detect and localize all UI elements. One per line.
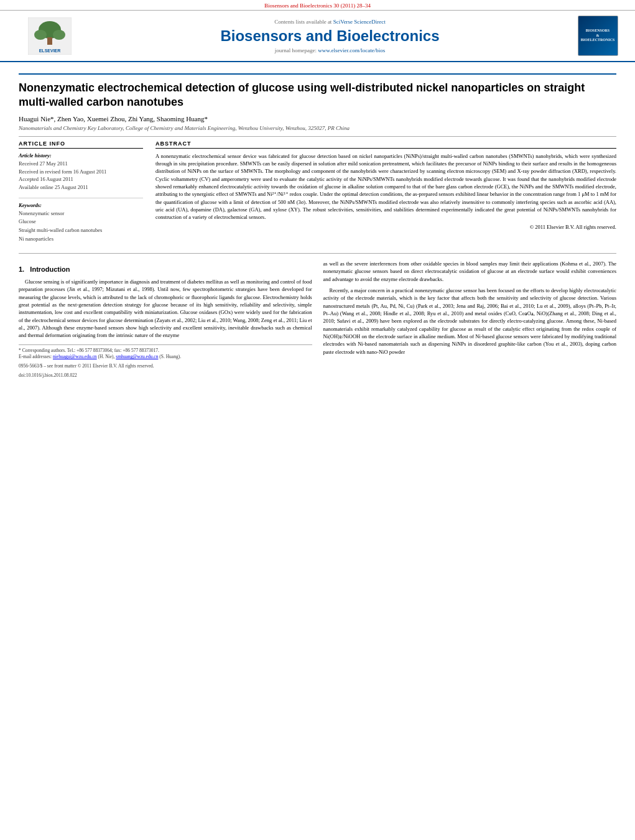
footnote-section: * Corresponding authors. Tel.: +86 577 8…: [19, 344, 312, 380]
email2-link[interactable]: smhuang@wzu.edu.cn: [116, 354, 158, 359]
keyword-4: Ni nanoparticles: [19, 235, 143, 244]
doi-line: doi:10.1016/j.bios.2011.08.022: [19, 372, 312, 379]
svg-rect-2: [47, 37, 52, 45]
email1-link[interactable]: niehuagui@wzu.edu.cn: [53, 354, 97, 359]
main-content: Nonenzymatic electrochemical detection o…: [0, 62, 635, 385]
accepted-date: Accepted 16 August 2011: [19, 175, 143, 183]
email-line: E-mail addresses: niehuagui@wzu.edu.cn (…: [19, 354, 312, 361]
copyright: © 2011 Elsevier B.V. All rights reserved…: [155, 224, 616, 230]
elsevier-logo: ELSEVIER: [12, 17, 87, 55]
citation-text: Biosensors and Bioelectronics 30 (2011) …: [264, 2, 371, 9]
available-online-date: Available online 25 August 2011: [19, 183, 143, 192]
affiliation: Nanomaterials and Chemistry Key Laborato…: [19, 125, 616, 131]
article-title: Nonenzymatic electrochemical detection o…: [19, 81, 616, 110]
keywords-block: Keywords: Nonenzymatic sensor Glucose St…: [19, 202, 143, 243]
contents-text: Contents lists available at: [274, 19, 331, 25]
svg-point-4: [53, 30, 65, 40]
keywords-label: Keywords:: [19, 202, 143, 208]
history-block: Article history: Received 27 May 2011 Re…: [19, 152, 143, 192]
abstract-header: ABSTRACT: [155, 141, 616, 149]
article-info-header: ARTICLE INFO: [19, 141, 143, 149]
section-divider: [19, 136, 616, 137]
body-paragraph-3: Recently, a major concern in a practical…: [323, 287, 617, 356]
abstract-text: A nonenzymatic electrochemical sensor de…: [155, 152, 616, 221]
kw-divider: [19, 198, 143, 198]
received-date: Received 27 May 2011: [19, 160, 143, 168]
journal-title: Biosensors and Bioelectronics: [87, 27, 573, 45]
body-paragraph-2: as well as the severe interferences from…: [323, 260, 617, 283]
sciverse-anchor[interactable]: SciVerse ScienceDirect: [333, 19, 386, 25]
journal-banner: ELSEVIER Contents lists available at Sci…: [0, 11, 635, 62]
journal-homepage: journal homepage: www.elsevier.com/locat…: [87, 47, 573, 53]
issn-line: 0956-5663/$ – see front matter © 2011 El…: [19, 363, 312, 370]
sciverse-text: SciVerse ScienceDirect: [333, 19, 386, 25]
section1-title: 1. Introduction: [19, 265, 312, 275]
banner-center: Contents lists available at SciVerse Sci…: [87, 19, 573, 53]
body-paragraph-1: Glucose sensing is of significantly impo…: [19, 278, 312, 339]
journal-citation: Biosensors and Bioelectronics 30 (2011) …: [0, 0, 635, 11]
publisher-logo-area: ELSEVIER: [12, 17, 87, 55]
article-info-col: ARTICLE INFO Article history: Received 2…: [19, 141, 143, 249]
keyword-3: Straight multi-walled carbon nanotubes: [19, 226, 143, 235]
elsevier-tree-icon: ELSEVIER: [28, 17, 72, 55]
top-divider: [19, 73, 616, 75]
journal-logo-area: BIOSENSORS&BIOELECTRONICS: [573, 16, 623, 56]
received-revised-date: Received in revised form 16 August 2011: [19, 168, 143, 176]
history-label: Article history:: [19, 152, 143, 159]
svg-text:ELSEVIER: ELSEVIER: [39, 48, 61, 53]
authors-line: Huagui Nie*, Zhen Yao, Xuemei Zhou, Zhi …: [19, 115, 616, 122]
sciverse-link: Contents lists available at SciVerse Sci…: [87, 19, 573, 25]
page: Biosensors and Bioelectronics 30 (2011) …: [0, 0, 635, 840]
homepage-link[interactable]: www.elsevier.com/locate/bios: [318, 47, 385, 53]
article-info-abstract: ARTICLE INFO Article history: Received 2…: [19, 141, 616, 249]
corresponding-authors-note: * Corresponding authors. Tel.: +86 577 8…: [19, 348, 312, 354]
body-col-left: 1. Introduction Glucose sensing is of si…: [19, 260, 312, 379]
keyword-1: Nonenzymatic sensor: [19, 210, 143, 218]
journal-logo-box: BIOSENSORS&BIOELECTRONICS: [578, 16, 618, 56]
svg-point-3: [34, 30, 47, 40]
keyword-2: Glucose: [19, 218, 143, 226]
abstract-col: ABSTRACT A nonenzymatic electrochemical …: [155, 141, 616, 249]
body-content: 1. Introduction Glucose sensing is of si…: [19, 260, 616, 379]
body-col-right: as well as the severe interferences from…: [323, 260, 617, 379]
body-divider: [19, 253, 616, 254]
